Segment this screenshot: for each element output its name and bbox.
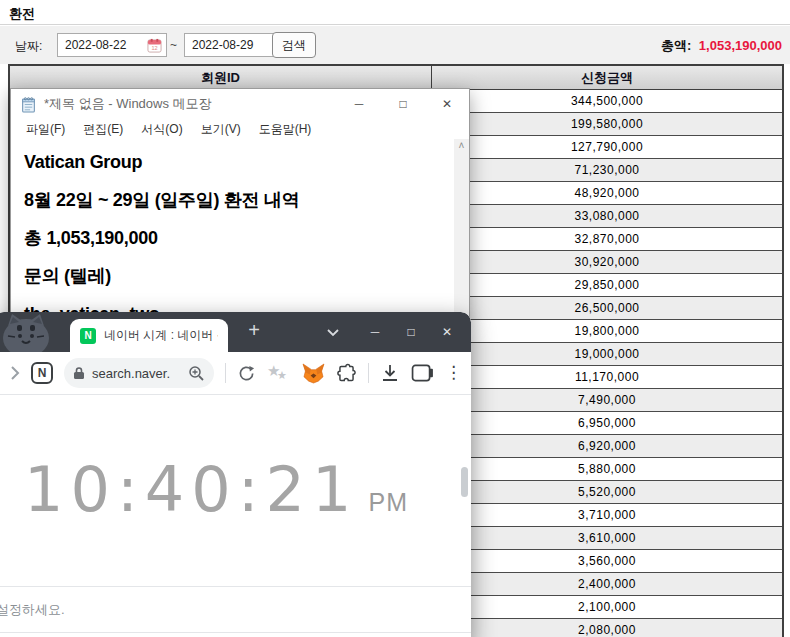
forward-icon[interactable] <box>10 365 20 381</box>
tab-search-chevron-icon[interactable] <box>326 328 340 337</box>
browser-minimize-button[interactable]: ─ <box>357 312 393 352</box>
amount-cell: 48,920,000 <box>432 182 782 204</box>
amount-cell: 3,560,000 <box>432 550 782 572</box>
amount-cell: 29,850,000 <box>432 274 782 296</box>
notepad-text-line: 문의 (텔레) <box>24 257 445 295</box>
amount-cell: 19,000,000 <box>432 343 782 365</box>
browser-scrollbar-thumb[interactable] <box>461 467 468 497</box>
download-icon[interactable] <box>380 363 400 383</box>
amount-cell: 71,230,000 <box>432 159 782 181</box>
browser-titlebar[interactable]: N 네이버 시계 : 네이버 통 + ─ □ ✕ <box>0 312 471 352</box>
infobar-text: 설정하세요. <box>0 601 65 619</box>
naver-favicon: N <box>80 328 96 344</box>
amount-cell: 5,880,000 <box>432 458 782 480</box>
zoom-in-icon[interactable] <box>188 365 205 382</box>
sidebar-panel-icon[interactable] <box>411 364 434 382</box>
notepad-titlebar[interactable]: *제목 없음 - Windows 메모장 ─ □ ✕ <box>11 89 469 119</box>
notepad-menu-item[interactable]: 편집(E) <box>74 121 132 138</box>
amount-cell: 2,400,000 <box>432 573 782 595</box>
profile-avatar-cat[interactable] <box>0 312 52 352</box>
address-bar[interactable]: search.naver. <box>64 358 214 388</box>
notepad-menubar: 파일(F)편집(E)서식(O)보기(V)도움말(H) <box>11 119 469 139</box>
whale-logo-icon[interactable]: N <box>31 362 53 384</box>
toolbar-divider <box>225 363 226 383</box>
metamask-icon[interactable] <box>302 363 325 384</box>
browser-maximize-button[interactable]: □ <box>393 312 429 352</box>
tab-title: 네이버 시계 : 네이버 통 <box>104 327 218 344</box>
total-value: 1,053,190,000 <box>699 38 782 53</box>
lock-icon <box>73 366 85 380</box>
notepad-close-button[interactable]: ✕ <box>425 89 469 119</box>
notepad-text-line: 총 1,053,190,000 <box>24 219 445 257</box>
notepad-text-line: Vatican Group <box>24 143 445 181</box>
table-header: 회원ID 신청금액 <box>10 66 782 90</box>
notepad-menu-item[interactable]: 파일(F) <box>17 121 74 138</box>
amount-cell: 19,800,000 <box>432 320 782 342</box>
amount-cell: 2,100,000 <box>432 596 782 618</box>
amount-cell: 32,870,000 <box>432 228 782 250</box>
screen: 환전 날짜: 2022-08-22 12 ~ 2022-08-29 12 검색 <box>0 0 790 637</box>
amount-cell: 3,610,000 <box>432 527 782 549</box>
scroll-up-icon[interactable]: ˄ <box>454 139 469 153</box>
notepad-minimize-button[interactable]: ─ <box>337 89 381 119</box>
notepad-menu-item[interactable]: 서식(O) <box>132 121 191 138</box>
amount-cell: 6,920,000 <box>432 435 782 457</box>
browser-window-buttons: ─ □ ✕ <box>357 312 465 352</box>
search-button[interactable]: 검색 <box>272 32 316 58</box>
new-tab-button[interactable]: + <box>240 317 268 345</box>
notepad-content[interactable]: Vatican Group8월 22일 ~ 29일 (일주일) 환전 내역총 1… <box>11 139 469 321</box>
amount-cell: 199,580,000 <box>432 113 782 135</box>
amount-cell: 2,080,000 <box>432 619 782 637</box>
calendar-icon[interactable]: 12 <box>147 38 162 53</box>
svg-text:12: 12 <box>151 45 157 51</box>
amount-cell: 33,080,000 <box>432 205 782 227</box>
browser-toolbar: N search.naver. ★ <box>0 352 471 395</box>
total-amount: 총액: 1,053,190,000 <box>661 37 782 55</box>
naver-clock: 10:40:21 PM <box>24 453 471 526</box>
column-header-member-id[interactable]: 회원ID <box>10 66 432 89</box>
page-title: 환전 <box>9 5 35 23</box>
clock-time: 10:40:21 <box>24 453 358 526</box>
notepad-icon <box>20 96 37 113</box>
refresh-icon[interactable] <box>237 364 256 383</box>
browser-close-button[interactable]: ✕ <box>429 312 465 352</box>
filter-bar: 날짜: 2022-08-22 12 ~ 2022-08-29 12 검색 총액:… <box>0 26 790 64</box>
clock-meridiem: PM <box>368 488 408 517</box>
bookmark-stars-icon[interactable]: ★ ★ <box>267 362 291 384</box>
amount-cell: 30,920,000 <box>432 251 782 273</box>
amount-cell: 5,520,000 <box>432 481 782 503</box>
column-header-amount[interactable]: 신청금액 <box>432 66 782 89</box>
range-separator: ~ <box>170 38 177 52</box>
amount-cell: 26,500,000 <box>432 297 782 319</box>
browser-tab[interactable]: N 네이버 시계 : 네이버 통 <box>70 319 228 352</box>
notepad-menu-item[interactable]: 도움말(H) <box>250 121 321 138</box>
notepad-text-line: 8월 22일 ~ 29일 (일주일) 환전 내역 <box>24 181 445 219</box>
amount-cell: 344,500,000 <box>432 90 782 112</box>
browser-menu-icon[interactable]: ⋮ <box>445 363 462 383</box>
browser-window: N 네이버 시계 : 네이버 통 + ─ □ ✕ N <box>0 312 471 637</box>
notepad-scrollbar[interactable]: ˄ <box>454 139 469 319</box>
amount-cell: 3,710,000 <box>432 504 782 526</box>
extensions-puzzle-icon[interactable] <box>336 363 357 384</box>
amount-cell: 127,790,000 <box>432 136 782 158</box>
notepad-window: *제목 없음 - Windows 메모장 ─ □ ✕ 파일(F)편집(E)서식(… <box>10 88 470 320</box>
url-text: search.naver. <box>92 366 181 381</box>
date-label: 날짜: <box>15 38 42 55</box>
page-header: 환전 <box>0 0 790 25</box>
amount-cell: 6,950,000 <box>432 412 782 434</box>
amount-cell: 7,490,000 <box>432 389 782 411</box>
date-from-input[interactable]: 2022-08-22 12 <box>57 33 167 57</box>
notepad-maximize-button[interactable]: □ <box>381 89 425 119</box>
toolbar-divider <box>368 363 369 383</box>
total-label: 총액: <box>661 38 691 53</box>
amount-cell: 11,170,000 <box>432 366 782 388</box>
browser-infobar: 설정하세요. <box>0 586 471 633</box>
notepad-window-title: *제목 없음 - Windows 메모장 <box>44 95 337 113</box>
notepad-menu-item[interactable]: 보기(V) <box>192 121 250 138</box>
